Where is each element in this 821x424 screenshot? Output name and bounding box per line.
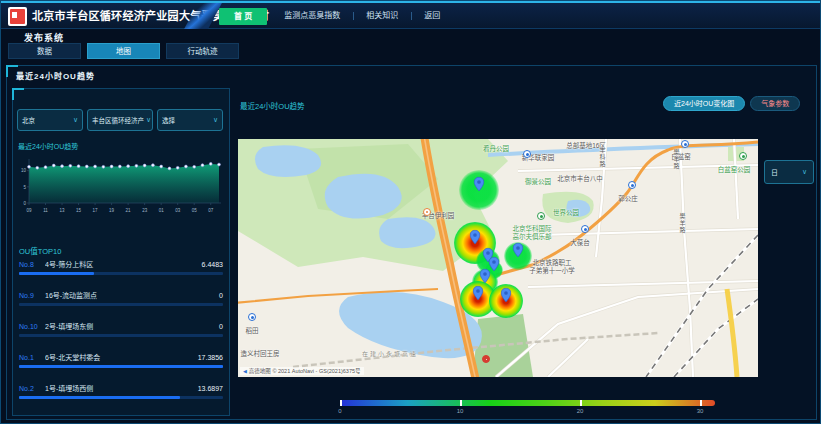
map-button-1[interactable]: 近24小时OU变化图 bbox=[663, 96, 745, 111]
svg-text:21: 21 bbox=[126, 208, 132, 213]
ranking-row-top: No.102号-填埋场东侧0 bbox=[19, 321, 223, 331]
ranking-bar-fill bbox=[19, 396, 180, 399]
map-pin-icon[interactable] bbox=[470, 230, 481, 245]
chevron-down-icon: ∨ bbox=[213, 116, 218, 124]
ranking-row: No.21号-填埋场西侧13.6897 bbox=[19, 383, 223, 399]
main-nav: 首 页监测点恶臭指数相关知识返回 bbox=[215, 3, 453, 29]
legend-tick-mark bbox=[700, 400, 702, 406]
ranking-row-top: No.916号-流动监测点0 bbox=[19, 290, 223, 300]
metro-station-icon bbox=[681, 140, 689, 148]
legend-tick-label: 0 bbox=[338, 408, 341, 414]
map-label: 造义村回王房 bbox=[241, 348, 280, 358]
tab-3[interactable]: 行动轨迹 bbox=[166, 43, 239, 59]
ranking-rank: No.10 bbox=[19, 323, 45, 330]
svg-text:03: 03 bbox=[175, 208, 181, 213]
ranking-title: OU值TOP10 bbox=[19, 245, 61, 256]
poi-orange-icon bbox=[423, 208, 431, 216]
ranking-bar-track bbox=[19, 303, 223, 306]
legend-tick-label: 20 bbox=[577, 408, 584, 414]
map-label: 白盆窑公园 bbox=[718, 164, 751, 174]
ranking-row: No.102号-填埋场东侧0 bbox=[19, 321, 223, 337]
nav-item-2[interactable]: 监测点恶臭指数 bbox=[271, 3, 353, 29]
ranking-name: 1号-填埋场西侧 bbox=[45, 383, 198, 393]
filter-selects: 北京∨丰台区循环经济产∨选择∨ bbox=[17, 109, 223, 131]
ranking-row: No.16号-北天堂村委会17.3856 bbox=[19, 352, 223, 368]
ranking-value: 6.4483 bbox=[202, 261, 223, 268]
nav-item-1[interactable]: 首 页 bbox=[219, 8, 267, 25]
map-pin-icon[interactable] bbox=[501, 288, 512, 303]
ranking-rank: No.9 bbox=[19, 292, 45, 299]
ranking-rank: No.8 bbox=[19, 261, 45, 268]
ranking-row-top: No.16号-北天堂村委会17.3856 bbox=[19, 352, 223, 362]
map-label: 稻田 bbox=[246, 325, 259, 335]
map-label: 丰科路 bbox=[598, 147, 607, 168]
svg-text:01: 01 bbox=[159, 208, 165, 213]
legend-tick-mark bbox=[460, 400, 462, 406]
ranking-row-top: No.21号-填埋场西侧13.6897 bbox=[19, 383, 223, 393]
map-button-2[interactable]: 气象参数 bbox=[750, 96, 800, 111]
ranking-bar-track bbox=[19, 396, 223, 399]
map-canvas[interactable]: 看丹公园新华联家园总部基地16区御景公园北京市丰台八中白盆窑白盆窑公园郭公庄世界… bbox=[238, 139, 758, 377]
ranking-row-top: No.84号-筛分上料区6.4483 bbox=[19, 259, 223, 269]
ranking-name: 2号-填埋场东侧 bbox=[45, 321, 219, 331]
filter-select-value: 选择 bbox=[162, 115, 175, 125]
ranking-value: 0 bbox=[219, 292, 223, 299]
map-pin-icon[interactable] bbox=[473, 286, 484, 301]
legend-tick-mark bbox=[580, 400, 582, 406]
metro-station-icon bbox=[581, 225, 589, 233]
ranking-value: 0 bbox=[219, 323, 223, 330]
ranking-bar-track bbox=[19, 334, 223, 337]
map-title: 最近24小时OU趋势 bbox=[240, 100, 305, 111]
map-pin-icon[interactable] bbox=[474, 177, 485, 192]
ou-trend-chart: 0510091113151719212301030507 bbox=[15, 151, 227, 219]
svg-text:5: 5 bbox=[23, 185, 26, 190]
svg-text:07: 07 bbox=[208, 208, 214, 213]
ranking-value: 13.6897 bbox=[198, 385, 223, 392]
map-pin-icon[interactable] bbox=[480, 269, 491, 284]
svg-text:0: 0 bbox=[23, 201, 26, 206]
heat-legend: 0102030 bbox=[340, 400, 715, 416]
ranking-rank: No.2 bbox=[19, 385, 45, 392]
nav-item-4[interactable]: 返回 bbox=[411, 3, 453, 29]
panel-title: 最近24小时OU趋势 bbox=[16, 70, 95, 81]
view-tabs: 数据地图行动轨迹 bbox=[8, 43, 239, 59]
ranking-name: 4号-筛分上料区 bbox=[45, 259, 202, 269]
logo-dot bbox=[12, 12, 17, 18]
filter-select-2[interactable]: 丰台区循环经济产∨ bbox=[87, 109, 153, 131]
metro-station-icon bbox=[248, 313, 256, 321]
filter-select-3[interactable]: 选择∨ bbox=[157, 109, 223, 131]
svg-text:19: 19 bbox=[109, 208, 115, 213]
nav-item-3[interactable]: 相关知识 bbox=[353, 3, 411, 29]
filter-select-1[interactable]: 北京∨ bbox=[17, 109, 83, 131]
app-window: 北京市丰台区循环经济产业园大气恶臭状况实时 首 页监测点恶臭指数相关知识返回 发… bbox=[0, 0, 821, 424]
map-label: 大葆台 bbox=[570, 237, 590, 247]
map-pin-icon[interactable] bbox=[513, 243, 524, 258]
map-label: 在建小永塘高速 bbox=[362, 349, 418, 358]
ranking-bar-fill bbox=[19, 272, 94, 275]
tab-1[interactable]: 数据 bbox=[8, 43, 81, 59]
tab-2[interactable]: 地图 bbox=[87, 43, 160, 59]
period-select[interactable]: 日 ∨ bbox=[764, 160, 814, 184]
map-label: 御景公园 bbox=[525, 176, 551, 186]
map-label: 高尔夫俱乐部 bbox=[513, 231, 552, 241]
chevron-down-icon: ∨ bbox=[146, 116, 151, 124]
svg-text:11: 11 bbox=[43, 208, 48, 213]
ranking-rank: No.1 bbox=[19, 354, 45, 361]
legend-tick-mark bbox=[340, 400, 342, 406]
map-label: 北京市丰台八中 bbox=[557, 173, 603, 183]
ranking-bar-track bbox=[19, 365, 223, 368]
map-attribution: 高德地图 © 2021 AutoNavi - GS(2021)6375号 bbox=[240, 367, 364, 375]
sidebar-panel: 北京∨丰台区循环经济产∨选择∨ 最近24小时OU趋势 0510091113151… bbox=[12, 88, 230, 416]
chevron-down-icon: ∨ bbox=[802, 168, 807, 176]
filter-select-value: 丰台区循环经济产 bbox=[92, 115, 144, 125]
trend-chart-title: 最近24小时OU趋势 bbox=[18, 141, 78, 151]
logo-bar bbox=[11, 22, 24, 24]
map-label: 看丹公园 bbox=[483, 143, 509, 153]
ranking-value: 17.3856 bbox=[198, 354, 223, 361]
ranking-name: 6号-北天堂村委会 bbox=[45, 352, 198, 362]
leaf-icon bbox=[537, 212, 545, 220]
svg-text:13: 13 bbox=[60, 208, 66, 213]
legend-tick-label: 30 bbox=[697, 408, 704, 414]
map-buttons: 近24小时OU变化图气象参数 bbox=[663, 96, 800, 111]
ranking-row: No.84号-筛分上料区6.4483 bbox=[19, 259, 223, 275]
